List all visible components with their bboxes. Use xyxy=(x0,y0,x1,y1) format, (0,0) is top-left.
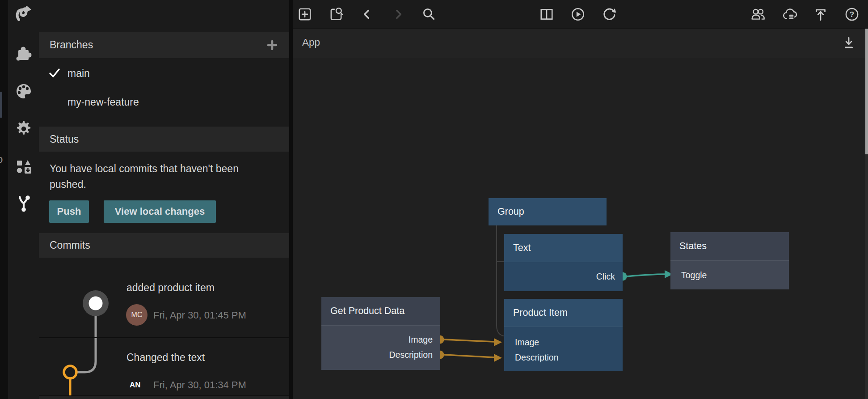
background-text-fragment: o xyxy=(0,153,3,166)
port-label: Image xyxy=(409,335,433,345)
settings-gear-icon[interactable] xyxy=(15,120,33,138)
breadcrumb[interactable]: App xyxy=(302,37,320,48)
search-icon[interactable] xyxy=(421,7,436,22)
input-port-description[interactable]: Description xyxy=(504,350,623,365)
branch-name: my-new-feature xyxy=(67,96,139,108)
background-window-edge: t o xyxy=(0,0,8,399)
node-label: Product Item xyxy=(513,307,568,318)
port-label: Description xyxy=(389,350,433,360)
navigate-back-icon[interactable] xyxy=(359,7,375,22)
port-label: Click xyxy=(596,272,615,282)
branch-name: main xyxy=(67,68,90,80)
node-states[interactable]: States Toggle xyxy=(670,232,789,289)
node-group[interactable]: Group xyxy=(489,198,607,225)
version-control-branch-icon[interactable] xyxy=(15,195,33,212)
node-label: Text xyxy=(513,242,531,254)
input-port-toggle[interactable]: Toggle xyxy=(670,267,789,283)
activity-bar xyxy=(8,0,39,399)
output-port-click[interactable]: Click xyxy=(504,269,623,284)
author-initials: AN xyxy=(130,381,141,390)
background-window-sliver xyxy=(0,92,2,118)
navigate-forward-icon[interactable] xyxy=(391,7,406,22)
refresh-icon[interactable] xyxy=(602,7,617,22)
commit-message: Changed the text xyxy=(126,352,205,364)
component-search-icon[interactable] xyxy=(329,7,344,22)
node-label: Group xyxy=(497,206,524,217)
branches-title: Branches xyxy=(50,39,93,51)
preview-play-icon[interactable] xyxy=(570,7,586,22)
commit-node-previous[interactable] xyxy=(64,366,76,378)
publish-icon[interactable] xyxy=(813,7,828,22)
port-label: Description xyxy=(515,352,559,363)
svg-text:?: ? xyxy=(850,10,854,19)
add-branch-icon[interactable] xyxy=(266,39,278,51)
commits-title: Commits xyxy=(50,239,90,251)
status-section-header: Status xyxy=(39,127,289,152)
commit-date: Fri, Apr 30, 01:45 PM xyxy=(153,310,246,321)
output-port-image[interactable]: Image xyxy=(321,332,440,347)
node-label: Get Product Data xyxy=(330,306,405,317)
help-icon[interactable]: ? xyxy=(844,7,860,22)
node-product-item[interactable]: Product Item Image Description xyxy=(504,299,623,371)
noodl-editor-window: { "window": { "background_fragments": ["… xyxy=(0,0,868,399)
node-text[interactable]: Text Click xyxy=(504,234,623,291)
add-node-icon[interactable] xyxy=(297,7,312,22)
check-icon xyxy=(48,67,61,80)
styles-palette-icon[interactable] xyxy=(15,82,33,100)
commits-section-header: Commits xyxy=(39,233,289,258)
input-port-image[interactable]: Image xyxy=(504,335,623,350)
branch-item-main[interactable]: main xyxy=(39,62,289,85)
collaborators-icon[interactable] xyxy=(750,7,766,22)
components-icon[interactable] xyxy=(15,45,33,63)
node-canvas[interactable]: Group Text Click States Toggle Get Produ… xyxy=(293,58,868,399)
port-label: Toggle xyxy=(681,270,707,280)
editor-main: ? App Group xyxy=(293,0,868,399)
commit-graph xyxy=(39,0,289,399)
download-icon[interactable] xyxy=(841,35,856,51)
view-local-changes-button[interactable]: View local changes xyxy=(104,200,216,223)
commit-node-current[interactable] xyxy=(83,290,109,316)
commit-date: Fri, Apr 30, 01:34 PM xyxy=(153,379,246,391)
editor-toolbar: ? xyxy=(293,0,868,29)
version-control-panel: Branches main my-new-feature Status You … xyxy=(39,0,289,399)
status-title: Status xyxy=(50,133,79,145)
noodl-logo-icon[interactable] xyxy=(15,6,33,24)
split-view-icon[interactable] xyxy=(539,7,554,22)
divider xyxy=(39,337,289,338)
push-button[interactable]: Push xyxy=(49,200,89,223)
port-label: Image xyxy=(515,337,539,348)
branches-section-header: Branches xyxy=(39,32,289,58)
status-message: You have local commits that haven't been… xyxy=(50,161,275,192)
output-port-description[interactable]: Description xyxy=(321,347,440,362)
branch-item-my-new-feature[interactable]: my-new-feature xyxy=(39,90,289,114)
node-get-product-data[interactable]: Get Product Data Image Description xyxy=(321,297,440,370)
commit-message: added product item xyxy=(126,282,215,294)
next-commit-row-edge xyxy=(39,396,289,399)
canvas-header: App xyxy=(293,29,868,58)
canvas-scrollbar-thumb[interactable] xyxy=(865,29,868,154)
node-label: States xyxy=(679,241,707,252)
marketplace-icon[interactable] xyxy=(15,157,33,175)
panel-splitter[interactable] xyxy=(289,0,293,399)
avatar: MC xyxy=(126,304,147,326)
cloud-services-icon[interactable] xyxy=(782,7,797,22)
